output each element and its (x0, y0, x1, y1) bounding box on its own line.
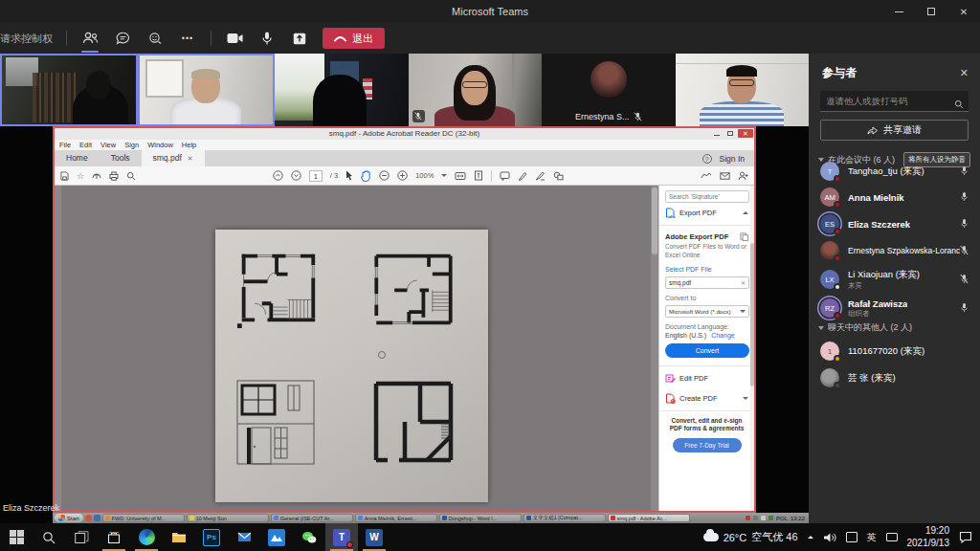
participant-row-ernestyna[interactable]: Ernestyna Szpakowska-Loranc (809, 238, 980, 263)
next-page-button[interactable] (291, 170, 301, 181)
acrobat-close-button[interactable]: ✕ (738, 129, 753, 138)
participant-row-tanghao[interactable]: T Tanghao_tju (来宾) (809, 159, 980, 184)
participant-row-anna[interactable]: AM Anna Mielnik (809, 185, 980, 209)
video-tile-2[interactable] (138, 54, 276, 126)
taskbar-meeting-app-button[interactable] (260, 523, 293, 551)
participant-row-eliza[interactable]: ES Eliza Szczerek (809, 211, 980, 236)
share-document-button[interactable] (92, 171, 101, 181)
action-center-icon[interactable] (959, 531, 972, 543)
taskbar-word-button[interactable]: W (358, 523, 390, 551)
shared-start-button[interactable]: Start (55, 514, 83, 522)
shared-task-2[interactable]: 10 Meiqi Sun (187, 514, 269, 522)
scrollbar-thumb[interactable] (750, 243, 754, 386)
leave-button[interactable]: 退出 (323, 28, 385, 49)
taskbar-search-button[interactable] (33, 523, 65, 551)
menu-sign[interactable]: Sign (124, 141, 139, 149)
zoom-level-dropdown[interactable]: 100% (415, 171, 434, 180)
menu-file[interactable]: File (59, 141, 71, 149)
input-language-button[interactable]: 英 (867, 531, 877, 544)
chat-button[interactable] (113, 29, 132, 48)
video-tile-4[interactable] (409, 54, 543, 126)
create-pdf-row[interactable]: Create PDF (659, 388, 754, 408)
signature-pen-button[interactable] (701, 171, 712, 180)
menu-edit[interactable]: Edit (79, 141, 92, 149)
video-tile-1[interactable] (0, 54, 138, 126)
tab-home[interactable]: Home (55, 150, 100, 166)
page-number-input[interactable]: 1 (309, 170, 323, 182)
mic-muted-icon[interactable] (960, 271, 969, 288)
edit-pdf-row[interactable]: Edit PDF (659, 368, 754, 388)
tab-close-icon[interactable]: ✕ (188, 150, 193, 166)
format-dropdown[interactable]: Microsoft Word (*.docx) (665, 305, 749, 318)
acrobat-titlebar[interactable]: smq.pdf - Adobe Acrobat Reader DC (32-bi… (55, 128, 754, 140)
share-screen-button[interactable] (290, 29, 309, 48)
video-tile-5[interactable]: Ernestyna S... (542, 54, 676, 126)
acrobat-minimize-button[interactable] (711, 129, 723, 138)
remove-file-icon[interactable]: ✕ (741, 279, 746, 286)
app-icon[interactable] (94, 515, 100, 521)
help-icon[interactable]: ? (702, 154, 712, 164)
highlight-tool-button[interactable] (518, 171, 527, 181)
send-mail-button[interactable] (720, 172, 730, 180)
tools-search-input[interactable] (665, 190, 749, 203)
camera-button[interactable] (225, 29, 244, 48)
document-scrollbar[interactable] (651, 186, 658, 511)
left-pane-strip[interactable] (55, 186, 61, 511)
print-button[interactable] (109, 171, 119, 181)
mic-on-icon[interactable] (960, 299, 969, 317)
save-button[interactable] (60, 171, 69, 181)
menu-window[interactable]: Window (147, 141, 173, 149)
taskbar-store-button[interactable] (98, 523, 130, 551)
mic-muted-icon[interactable] (960, 242, 969, 259)
invite-input[interactable] (820, 91, 969, 112)
participant-row-rafal[interactable]: RZ Rafał Zawisza 组织者 (809, 294, 980, 322)
selected-file-box[interactable]: smq.pdf ✕ (665, 276, 749, 289)
browser-icon[interactable] (85, 515, 92, 521)
zoom-out-button[interactable] (379, 170, 390, 181)
reactions-button[interactable] (145, 29, 165, 48)
select-tool-button[interactable] (345, 170, 353, 181)
hand-tool-button[interactable] (361, 170, 371, 182)
shared-task-3[interactable]: General (ISE-CUT Ar... (271, 514, 353, 522)
clock-widget[interactable]: 19:20 2021/9/13 (907, 525, 950, 549)
collapse-icon[interactable] (743, 211, 748, 214)
comment-tool-button[interactable] (500, 171, 510, 181)
shared-task-4[interactable]: Anna Mielnik, Ernest... (355, 514, 437, 522)
change-language-link[interactable]: Change (711, 332, 735, 339)
free-trial-button[interactable]: Free 7-Day Trial (673, 438, 742, 452)
start-button[interactable] (0, 523, 33, 551)
panel-close-button[interactable]: ✕ (960, 67, 969, 79)
taskbar-mail-button[interactable] (228, 523, 260, 551)
ime-icon[interactable] (846, 532, 858, 542)
participant-row-1101677020[interactable]: 1 1101677020 (来宾) (809, 339, 980, 364)
taskbar-teams-button[interactable]: T (325, 523, 358, 551)
zoom-caret-icon[interactable] (441, 174, 447, 177)
video-tile-3[interactable] (275, 54, 409, 126)
minimize-button[interactable] (882, 0, 915, 23)
maximize-button[interactable] (915, 0, 947, 23)
shared-task-1[interactable]: FWD: University of M... (102, 514, 185, 522)
mic-on-icon[interactable] (960, 163, 969, 180)
tab-document[interactable]: smq.pdf ✕ (142, 150, 205, 166)
section-collapse-icon[interactable] (818, 326, 824, 330)
shared-task-7[interactable]: smq.pdf - Adobe Ac... (608, 514, 690, 522)
task-view-button[interactable] (65, 523, 98, 551)
find-button[interactable] (126, 171, 136, 181)
more-options-button[interactable]: ••• (178, 29, 197, 48)
close-button[interactable]: ✕ (947, 0, 980, 23)
sign-in-button[interactable]: Sign In (720, 154, 745, 164)
scrollbar-thumb[interactable] (652, 187, 657, 254)
participant-row-yun-zhang[interactable]: 芸 张 (来宾) (809, 365, 980, 390)
hidden-icons-button[interactable] (808, 536, 813, 539)
fit-page-button[interactable] (474, 170, 483, 181)
acrobat-maximize-button[interactable] (724, 129, 736, 138)
share-invite-button[interactable]: 共享邀请 (820, 120, 969, 141)
star-button[interactable]: ☆ (77, 171, 84, 181)
mic-on-icon[interactable] (960, 188, 969, 206)
taskbar-photoshop-button[interactable]: Ps (195, 523, 228, 551)
shared-task-6[interactable]: 文字文稿1 [Compat... (523, 514, 606, 522)
tab-tools[interactable]: Tools (100, 150, 142, 166)
fill-sign-tool-button[interactable] (535, 171, 546, 181)
zoom-in-button[interactable] (397, 170, 408, 181)
fit-width-button[interactable] (455, 171, 466, 181)
